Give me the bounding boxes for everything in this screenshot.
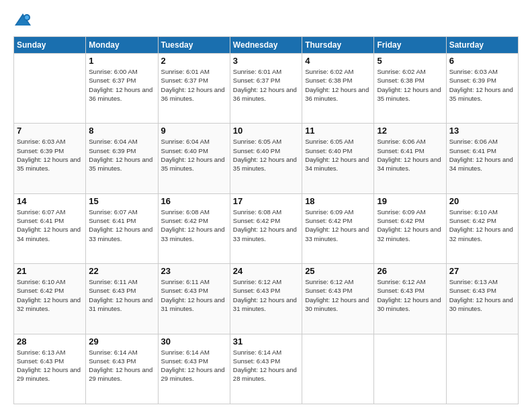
day-info: Sunrise: 6:01 AMSunset: 6:37 PMDaylight:… <box>161 67 227 103</box>
day-number: 11 <box>305 126 371 136</box>
col-header-saturday: Saturday <box>446 37 518 54</box>
logo-icon <box>13 11 32 30</box>
calendar-table: SundayMondayTuesdayWednesdayThursdayFrid… <box>13 36 519 404</box>
calendar-cell: 27Sunrise: 6:13 AMSunset: 6:43 PMDayligh… <box>446 264 518 334</box>
calendar-cell: 12Sunrise: 6:06 AMSunset: 6:41 PMDayligh… <box>374 124 446 193</box>
day-info: Sunrise: 6:03 AMSunset: 6:39 PMDaylight:… <box>17 137 83 173</box>
day-number: 9 <box>161 126 227 136</box>
day-info: Sunrise: 6:11 AMSunset: 6:43 PMDaylight:… <box>161 277 227 313</box>
day-number: 7 <box>17 126 83 136</box>
day-info: Sunrise: 6:07 AMSunset: 6:41 PMDaylight:… <box>17 208 83 243</box>
calendar-cell: 14Sunrise: 6:07 AMSunset: 6:41 PMDayligh… <box>14 193 86 263</box>
svg-point-3 <box>25 15 29 19</box>
day-info: Sunrise: 6:12 AMSunset: 6:43 PMDaylight:… <box>377 277 443 313</box>
day-info: Sunrise: 6:04 AMSunset: 6:40 PMDaylight:… <box>161 137 227 173</box>
calendar-cell: 2Sunrise: 6:01 AMSunset: 6:37 PMDaylight… <box>158 54 230 124</box>
calendar-cell: 31Sunrise: 6:14 AMSunset: 6:43 PMDayligh… <box>230 334 302 404</box>
day-info: Sunrise: 6:14 AMSunset: 6:43 PMDaylight:… <box>89 348 154 383</box>
day-number: 17 <box>233 196 299 206</box>
col-header-thursday: Thursday <box>302 37 374 54</box>
calendar-cell <box>446 334 518 404</box>
day-info: Sunrise: 6:06 AMSunset: 6:41 PMDaylight:… <box>377 137 443 173</box>
day-info: Sunrise: 6:08 AMSunset: 6:42 PMDaylight:… <box>233 208 299 243</box>
col-header-wednesday: Wednesday <box>230 37 302 54</box>
day-number: 28 <box>17 336 83 347</box>
calendar-cell: 7Sunrise: 6:03 AMSunset: 6:39 PMDaylight… <box>14 124 86 193</box>
day-number: 16 <box>161 196 227 206</box>
day-number: 18 <box>305 196 371 206</box>
day-info: Sunrise: 6:14 AMSunset: 6:43 PMDaylight:… <box>233 348 299 383</box>
day-number: 22 <box>89 266 154 276</box>
day-info: Sunrise: 6:08 AMSunset: 6:42 PMDaylight:… <box>161 208 227 243</box>
calendar-cell: 23Sunrise: 6:11 AMSunset: 6:43 PMDayligh… <box>158 264 230 334</box>
day-number: 26 <box>377 266 443 276</box>
day-info: Sunrise: 6:00 AMSunset: 6:37 PMDaylight:… <box>89 67 154 103</box>
day-info: Sunrise: 6:14 AMSunset: 6:43 PMDaylight:… <box>161 348 227 383</box>
day-number: 1 <box>89 56 154 66</box>
day-number: 25 <box>305 266 371 276</box>
calendar-cell: 1Sunrise: 6:00 AMSunset: 6:37 PMDaylight… <box>86 54 158 124</box>
day-number: 3 <box>233 56 299 66</box>
calendar-week-4: 21Sunrise: 6:10 AMSunset: 6:42 PMDayligh… <box>14 264 519 334</box>
calendar-cell: 5Sunrise: 6:02 AMSunset: 6:38 PMDaylight… <box>374 54 446 124</box>
day-info: Sunrise: 6:11 AMSunset: 6:43 PMDaylight:… <box>89 277 154 313</box>
day-info: Sunrise: 6:04 AMSunset: 6:39 PMDaylight:… <box>89 137 154 173</box>
day-info: Sunrise: 6:05 AMSunset: 6:40 PMDaylight:… <box>233 137 299 173</box>
day-number: 4 <box>305 56 371 66</box>
day-info: Sunrise: 6:01 AMSunset: 6:37 PMDaylight:… <box>233 67 299 103</box>
day-number: 31 <box>233 336 299 347</box>
calendar-cell: 10Sunrise: 6:05 AMSunset: 6:40 PMDayligh… <box>230 124 302 193</box>
calendar-cell: 16Sunrise: 6:08 AMSunset: 6:42 PMDayligh… <box>158 193 230 263</box>
calendar-cell: 11Sunrise: 6:05 AMSunset: 6:40 PMDayligh… <box>302 124 374 193</box>
calendar-cell: 19Sunrise: 6:09 AMSunset: 6:42 PMDayligh… <box>374 193 446 263</box>
day-info: Sunrise: 6:09 AMSunset: 6:42 PMDaylight:… <box>305 208 371 243</box>
day-info: Sunrise: 6:06 AMSunset: 6:41 PMDaylight:… <box>449 137 515 173</box>
calendar-cell: 8Sunrise: 6:04 AMSunset: 6:39 PMDaylight… <box>86 124 158 193</box>
calendar-cell: 6Sunrise: 6:03 AMSunset: 6:39 PMDaylight… <box>446 54 518 124</box>
calendar-cell: 22Sunrise: 6:11 AMSunset: 6:43 PMDayligh… <box>86 264 158 334</box>
day-number: 12 <box>377 126 443 136</box>
day-number: 21 <box>17 266 83 276</box>
day-number: 29 <box>89 336 154 347</box>
day-info: Sunrise: 6:10 AMSunset: 6:42 PMDaylight:… <box>17 277 83 313</box>
calendar-cell: 20Sunrise: 6:10 AMSunset: 6:42 PMDayligh… <box>446 193 518 263</box>
day-info: Sunrise: 6:09 AMSunset: 6:42 PMDaylight:… <box>377 208 443 243</box>
day-number: 13 <box>449 126 515 136</box>
day-number: 27 <box>449 266 515 276</box>
calendar-cell: 21Sunrise: 6:10 AMSunset: 6:42 PMDayligh… <box>14 264 86 334</box>
calendar-header-row: SundayMondayTuesdayWednesdayThursdayFrid… <box>14 37 519 54</box>
day-number: 10 <box>233 126 299 136</box>
day-number: 5 <box>377 56 443 66</box>
calendar-cell: 15Sunrise: 6:07 AMSunset: 6:41 PMDayligh… <box>86 193 158 263</box>
header <box>13 11 519 30</box>
calendar-cell: 13Sunrise: 6:06 AMSunset: 6:41 PMDayligh… <box>446 124 518 193</box>
day-number: 14 <box>17 196 83 206</box>
calendar-cell <box>302 334 374 404</box>
day-number: 6 <box>449 56 515 66</box>
calendar-cell <box>374 334 446 404</box>
day-number: 19 <box>377 196 443 206</box>
calendar-cell: 4Sunrise: 6:02 AMSunset: 6:38 PMDaylight… <box>302 54 374 124</box>
calendar-cell: 28Sunrise: 6:13 AMSunset: 6:43 PMDayligh… <box>14 334 86 404</box>
calendar-cell: 17Sunrise: 6:08 AMSunset: 6:42 PMDayligh… <box>230 193 302 263</box>
calendar-cell: 3Sunrise: 6:01 AMSunset: 6:37 PMDaylight… <box>230 54 302 124</box>
calendar-cell: 18Sunrise: 6:09 AMSunset: 6:42 PMDayligh… <box>302 193 374 263</box>
calendar-cell: 30Sunrise: 6:14 AMSunset: 6:43 PMDayligh… <box>158 334 230 404</box>
calendar-week-5: 28Sunrise: 6:13 AMSunset: 6:43 PMDayligh… <box>14 334 519 404</box>
day-number: 20 <box>449 196 515 206</box>
day-info: Sunrise: 6:05 AMSunset: 6:40 PMDaylight:… <box>305 137 371 173</box>
col-header-friday: Friday <box>374 37 446 54</box>
calendar-cell: 26Sunrise: 6:12 AMSunset: 6:43 PMDayligh… <box>374 264 446 334</box>
day-info: Sunrise: 6:02 AMSunset: 6:38 PMDaylight:… <box>305 67 371 103</box>
page: SundayMondayTuesdayWednesdayThursdayFrid… <box>0 0 532 411</box>
calendar-cell: 9Sunrise: 6:04 AMSunset: 6:40 PMDaylight… <box>158 124 230 193</box>
col-header-sunday: Sunday <box>14 37 86 54</box>
day-info: Sunrise: 6:07 AMSunset: 6:41 PMDaylight:… <box>89 208 154 243</box>
calendar-week-3: 14Sunrise: 6:07 AMSunset: 6:41 PMDayligh… <box>14 193 519 263</box>
day-number: 2 <box>161 56 227 66</box>
calendar-cell: 24Sunrise: 6:12 AMSunset: 6:43 PMDayligh… <box>230 264 302 334</box>
col-header-monday: Monday <box>86 37 158 54</box>
calendar-cell: 29Sunrise: 6:14 AMSunset: 6:43 PMDayligh… <box>86 334 158 404</box>
day-info: Sunrise: 6:12 AMSunset: 6:43 PMDaylight:… <box>305 277 371 313</box>
calendar-cell <box>14 54 86 124</box>
